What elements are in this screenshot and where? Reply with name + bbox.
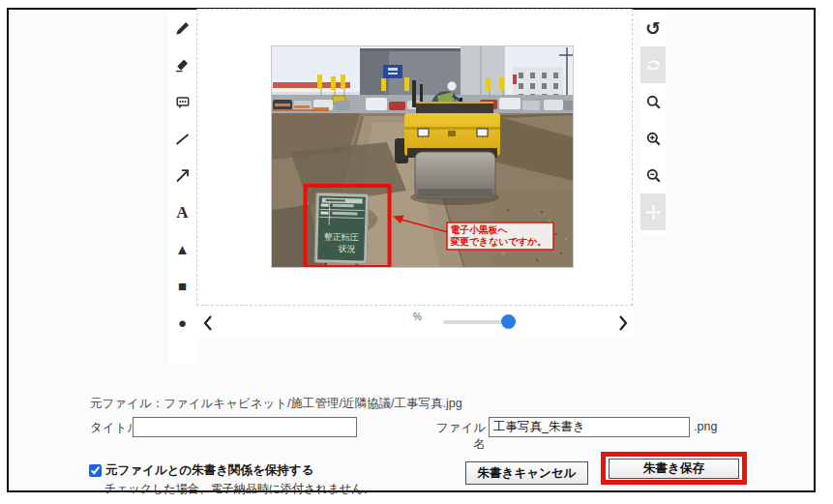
previous-page-button[interactable] — [200, 313, 216, 333]
zoom-slider-knob[interactable] — [501, 314, 516, 329]
pencil-tool-button[interactable] — [168, 10, 196, 46]
drawing-toolbar: A ▲ ■ ● — [168, 10, 196, 365]
comment-bubble-icon — [174, 94, 191, 110]
operator-helmet — [448, 82, 457, 91]
zoom-in-button[interactable] — [640, 120, 666, 157]
zoom-percent-label: % — [413, 311, 422, 322]
callout-text-line-2: 変更できないですか。 — [450, 236, 548, 247]
filename-label: ファイル名 — [426, 420, 486, 453]
circle-icon: ● — [178, 315, 187, 330]
cancel-annotation-button[interactable]: 朱書きキャンセル — [465, 461, 588, 485]
next-page-button[interactable] — [615, 313, 631, 333]
text-tool-button[interactable]: A — [168, 193, 196, 230]
blackboard-chalk-text-1: 整正転圧 — [324, 232, 359, 243]
undo-icon: ↺ — [645, 19, 661, 38]
magnifier-minus-icon — [645, 167, 662, 184]
filename-input[interactable] — [489, 417, 690, 437]
zoom-slider[interactable] — [443, 320, 517, 324]
keep-relation-label: 元ファイルとの朱書き関係を保持する — [105, 462, 313, 479]
save-button-highlight: 朱書き保存 — [601, 452, 747, 485]
arrow-tool-button[interactable] — [168, 157, 196, 193]
line-tool-button[interactable] — [168, 120, 196, 157]
eraser-icon — [174, 57, 191, 74]
text-tool-icon: A — [176, 204, 188, 221]
save-annotation-button[interactable]: 朱書き保存 — [609, 459, 739, 479]
magnifier-icon — [645, 94, 662, 110]
construction-photo[interactable]: 整正転圧 状況 電子小黒板へ 変更できないですか。 — [271, 45, 574, 268]
chevron-left-icon — [200, 313, 216, 333]
redo-icon — [645, 57, 662, 74]
eraser-tool-button[interactable] — [168, 46, 196, 83]
triangle-icon: ▲ — [175, 242, 190, 256]
source-file-path: 元ファイル：ファイルキャビネット/施工管理/近隣協議/工事写真.jpg — [90, 396, 462, 412]
keep-relation-note: チェックした場合、電子納品時に添付されません。 — [104, 481, 374, 497]
keep-relation-checkbox[interactable] — [89, 464, 102, 477]
line-icon — [174, 131, 191, 147]
keep-relation-row: 元ファイルとの朱書き関係を保持する — [89, 462, 313, 479]
move-arrows-icon — [645, 204, 662, 221]
zoom-out-button[interactable] — [640, 157, 666, 193]
construction-blackboard: 整正転圧 状況 — [314, 193, 369, 266]
photo-scene: 整正転圧 状況 電子小黒板へ 変更できないですか。 — [271, 45, 574, 268]
triangle-tool-button[interactable]: ▲ — [168, 230, 196, 267]
magnifier-plus-icon — [645, 131, 662, 147]
filename-extension: .png — [694, 420, 717, 433]
redo-button — [640, 46, 666, 83]
blackboard-chalk-text-2: 状況 — [337, 244, 355, 253]
pan-move-button — [640, 193, 666, 230]
history-zoom-toolbar: ↺ — [640, 10, 666, 234]
chevron-right-icon — [615, 313, 631, 333]
arrow-icon — [174, 167, 191, 184]
title-input[interactable] — [133, 417, 357, 437]
annotation-callout[interactable]: 電子小黒板へ 変更できないですか。 — [447, 222, 553, 250]
pencil-icon — [174, 20, 191, 37]
callout-text-line-1: 電子小黒板へ — [451, 224, 508, 235]
zoom-bar: % — [196, 307, 634, 339]
annotation-editor-window: A ▲ ■ ● — [0, 0, 833, 504]
undo-button[interactable]: ↺ — [640, 10, 666, 46]
search-button[interactable] — [640, 83, 666, 120]
comment-tool-button[interactable] — [168, 83, 196, 120]
circle-tool-button[interactable]: ● — [168, 304, 196, 341]
rectangle-icon: ■ — [178, 279, 187, 293]
rectangle-tool-button[interactable]: ■ — [168, 267, 196, 304]
